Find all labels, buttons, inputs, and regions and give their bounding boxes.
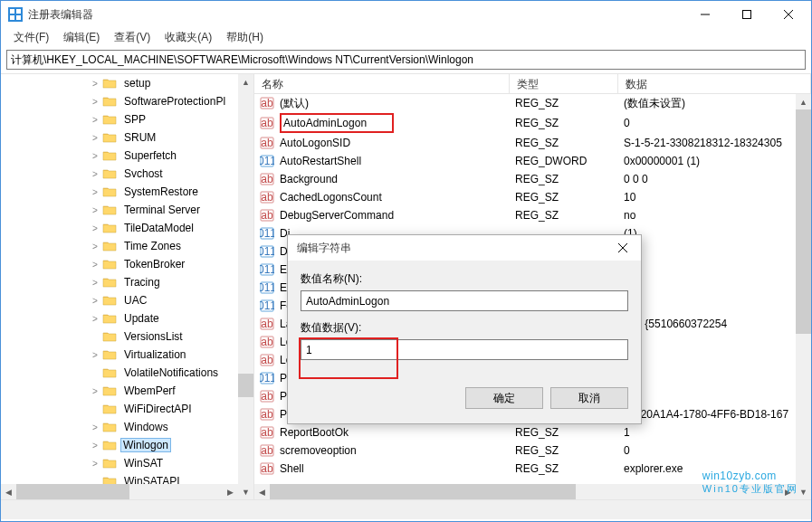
tree-item[interactable]: VolatileNotifications <box>1 364 253 382</box>
tree-item-label: Tracing <box>124 276 160 289</box>
value-row[interactable]: abBackgroundREG_SZ0 0 0 <box>254 170 811 188</box>
value-name: Background <box>280 173 510 185</box>
string-value-icon: ab <box>258 425 276 440</box>
tree-item[interactable]: >WinSAT <box>1 454 253 472</box>
ok-button[interactable]: 确定 <box>465 387 543 409</box>
svg-text:ab: ab <box>261 209 273 222</box>
expander-icon[interactable]: > <box>90 441 100 451</box>
expander-icon[interactable]: > <box>90 151 100 161</box>
watermark-sub: Win10专业版官网 <box>702 482 798 496</box>
dialog-close-button[interactable] <box>608 238 637 258</box>
value-type: REG_SZ <box>510 426 618 439</box>
tree-item[interactable]: >Superfetch <box>1 147 253 165</box>
tree-item-label: setup <box>124 77 150 90</box>
tree-item[interactable]: >Time Zones <box>1 237 253 255</box>
value-row[interactable]: 011AutoRestartShellREG_DWORD0x00000001 (… <box>254 152 811 170</box>
value-row[interactable]: abCachedLogonsCountREG_SZ10 <box>254 188 811 206</box>
dialog-title: 编辑字符串 <box>297 241 608 256</box>
tree-item[interactable]: WiFiDirectAPI <box>1 400 253 418</box>
column-type[interactable]: 类型 <box>510 74 618 93</box>
expander-icon[interactable]: > <box>90 187 100 197</box>
address-bar[interactable]: 计算机\HKEY_LOCAL_MACHINE\SOFTWARE\Microsof… <box>6 50 806 70</box>
scroll-up-icon[interactable]: ▲ <box>238 74 253 90</box>
expander-icon[interactable]: > <box>90 314 100 324</box>
expander-icon[interactable]: > <box>90 260 100 270</box>
tree-item[interactable]: >setup <box>1 74 253 92</box>
expander-icon[interactable]: > <box>90 169 100 179</box>
minimize-button[interactable] <box>684 1 726 28</box>
menu-help[interactable]: 帮助(H) <box>219 28 271 47</box>
tree-item[interactable]: >SPP <box>1 110 253 128</box>
expander-icon[interactable]: > <box>90 296 100 306</box>
column-name[interactable]: 名称 <box>254 74 510 93</box>
expander-icon[interactable]: > <box>90 97 100 107</box>
value-row[interactable]: abReportBootOkREG_SZ1 <box>254 423 811 441</box>
value-row[interactable]: ab(默认)REG_SZ(数值未设置) <box>254 94 811 112</box>
svg-text:ab: ab <box>261 426 273 439</box>
scroll-right-icon[interactable]: ▶ <box>223 484 238 499</box>
tree-item[interactable]: >Winlogon <box>1 436 253 454</box>
column-data[interactable]: 数据 <box>618 74 811 93</box>
expander-icon[interactable]: > <box>90 459 100 469</box>
dialog-titlebar[interactable]: 编辑字符串 <box>288 235 641 261</box>
value-name: DebugServerCommand <box>280 209 510 222</box>
tree-item[interactable]: >Terminal Server <box>1 201 253 219</box>
menu-edit[interactable]: 编辑(E) <box>56 28 107 47</box>
value-row[interactable]: abDebugServerCommandREG_SZno <box>254 206 811 224</box>
tree-item[interactable]: >SoftwareProtectionPl <box>1 92 253 110</box>
string-value-icon: ab <box>258 353 276 367</box>
folder-icon <box>102 113 117 126</box>
tree-item[interactable]: >TokenBroker <box>1 255 253 273</box>
tree-item[interactable]: >TileDataModel <box>1 219 253 237</box>
tree-item[interactable]: >Update <box>1 309 253 327</box>
tree-scrollbar-h[interactable]: ◀ ▶ <box>1 484 238 499</box>
tree-item[interactable]: >Svchost <box>1 165 253 183</box>
expander-icon[interactable]: > <box>90 133 100 143</box>
tree-item-label: SRUM <box>124 131 156 144</box>
close-button[interactable] <box>768 1 809 28</box>
tree-scrollbar-v[interactable]: ▲ ▼ <box>238 74 253 499</box>
value-row[interactable]: abscremoveoptionREG_SZ0 <box>254 441 811 460</box>
folder-icon <box>102 95 117 108</box>
cancel-button[interactable]: 取消 <box>550 387 628 409</box>
value-name: CachedLogonsCount <box>280 191 510 204</box>
expander-icon[interactable]: > <box>90 223 100 233</box>
menu-favorites[interactable]: 收藏夹(A) <box>158 28 219 47</box>
tree-item[interactable]: >UAC <box>1 291 253 309</box>
tree-item[interactable]: VersionsList <box>1 327 253 346</box>
expander-icon[interactable]: > <box>90 242 100 252</box>
value-name: AutoLogonSID <box>280 137 510 149</box>
data-input[interactable] <box>301 339 628 360</box>
tree-item[interactable]: >Windows <box>1 418 253 436</box>
expander-icon[interactable]: > <box>90 278 100 288</box>
expander-icon[interactable]: > <box>90 79 100 89</box>
expander-icon[interactable]: > <box>90 205 100 215</box>
list-scrollbar-v[interactable]: ▲ ▼ <box>796 94 811 499</box>
value-name: AutoRestartShell <box>280 155 510 167</box>
expander-icon[interactable]: > <box>90 386 100 396</box>
expander-icon[interactable]: > <box>90 422 100 432</box>
maximize-button[interactable] <box>726 1 768 28</box>
scroll-down-icon[interactable]: ▼ <box>238 484 253 499</box>
expander-icon[interactable]: > <box>90 115 100 125</box>
tree-item[interactable]: >WbemPerf <box>1 382 253 400</box>
scroll-up-icon[interactable]: ▲ <box>796 94 811 109</box>
tree-item[interactable]: >SystemRestore <box>1 183 253 201</box>
value-row[interactable]: abAutoLogonSIDREG_SZS-1-5-21-3308218312-… <box>254 134 811 152</box>
tree-item-label: WiFiDirectAPI <box>124 403 192 415</box>
name-input[interactable] <box>301 290 628 311</box>
tree-item-label: Svchost <box>124 167 163 180</box>
name-label: 数值名称(N): <box>301 271 628 287</box>
expander-icon[interactable]: > <box>90 350 100 360</box>
tree-item[interactable]: >SRUM <box>1 128 253 147</box>
value-row[interactable]: abAutoAdminLogonREG_SZ0 <box>254 112 811 134</box>
scroll-left-icon[interactable]: ◀ <box>254 484 270 499</box>
binary-value-icon: 011 <box>258 154 276 168</box>
folder-icon <box>102 149 117 162</box>
menu-view[interactable]: 查看(V) <box>107 28 158 47</box>
tree-item[interactable]: >Virtualization <box>1 346 253 364</box>
tree-item[interactable]: >Tracing <box>1 273 253 291</box>
string-value-icon: ab <box>258 407 276 422</box>
menu-file[interactable]: 文件(F) <box>6 28 56 47</box>
scroll-left-icon[interactable]: ◀ <box>1 484 16 499</box>
